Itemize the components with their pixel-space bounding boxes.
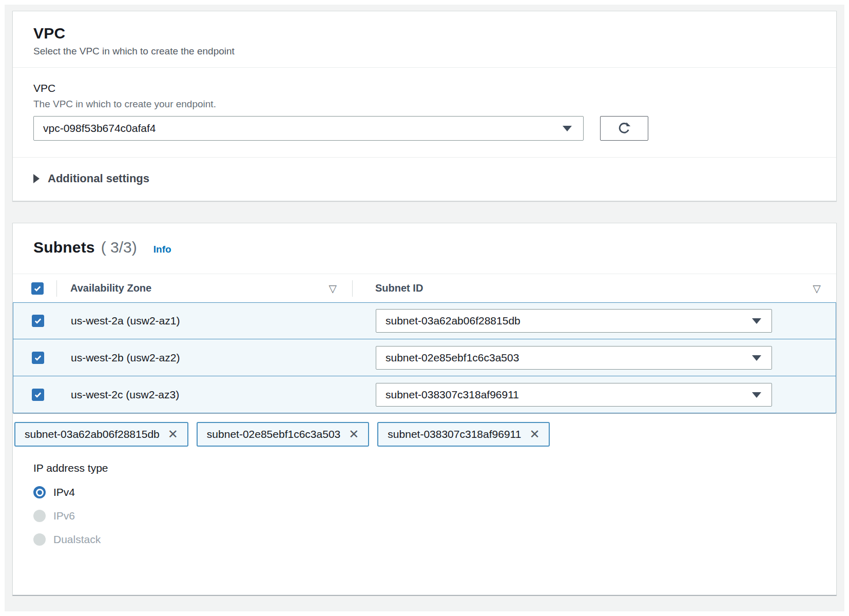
subnets-table-header: Availability Zone ▽ Subnet ID ▽	[13, 274, 836, 302]
subnet-token-label: subnet-03a62ab06f28815db	[25, 428, 160, 440]
availability-zone-column-header: Availability Zone	[70, 282, 151, 294]
subnet-id-column-header: Subnet ID	[375, 282, 423, 294]
subnet-select-value: subnet-03a62ab06f28815db	[385, 315, 520, 327]
vpc-card-subtitle: Select the VPC in which to create the en…	[33, 46, 816, 57]
subnet-token: subnet-02e85ebf1c6c3a503 ✕	[197, 422, 370, 447]
subnets-card: Subnets ( 3/3) Info Availability Zone ▽ …	[12, 223, 837, 595]
table-row: us-west-2a (usw2-az1) subnet-03a62ab06f2…	[13, 302, 836, 339]
select-all-checkbox[interactable]	[31, 282, 44, 295]
availability-zone-value: us-west-2a (usw2-az1)	[71, 315, 180, 327]
subnet-token: subnet-038307c318af96911 ✕	[377, 422, 550, 447]
radio-dualstack: Dualstack	[33, 532, 816, 547]
selected-subnet-tokens: subnet-03a62ab06f28815db ✕ subnet-02e85e…	[14, 422, 836, 447]
radio-disabled-icon	[33, 510, 46, 522]
vpc-card: VPC Select the VPC in which to create th…	[12, 11, 837, 201]
subnet-token-label: subnet-038307c318af96911	[388, 428, 521, 440]
subnets-count: ( 3/3)	[101, 239, 137, 256]
expander-triangle-icon	[33, 174, 40, 183]
row-checkbox[interactable]	[32, 315, 44, 327]
vpc-form-section: VPC The VPC in which to create your endp…	[13, 68, 836, 157]
check-icon	[33, 353, 43, 362]
radio-ipv4-label: IPv4	[53, 486, 75, 498]
subnet-select[interactable]: subnet-02e85ebf1c6c3a503	[376, 346, 772, 370]
subnet-token-label: subnet-02e85ebf1c6c3a503	[207, 428, 340, 440]
remove-token-icon[interactable]: ✕	[529, 428, 539, 440]
refresh-icon	[616, 121, 632, 136]
subnet-select-value: subnet-02e85ebf1c6c3a503	[385, 352, 519, 364]
refresh-button[interactable]	[600, 116, 648, 141]
radio-selected-icon	[33, 486, 46, 498]
radio-disabled-icon	[33, 533, 46, 546]
subnet-select[interactable]: subnet-038307c318af96911	[376, 383, 772, 407]
subnets-card-header: Subnets ( 3/3) Info	[13, 223, 836, 274]
additional-settings-expander[interactable]: Additional settings	[13, 158, 836, 201]
check-icon	[33, 284, 42, 293]
vpc-card-header: VPC Select the VPC in which to create th…	[13, 11, 836, 67]
ip-address-type-section: IP address type IPv4 IPv6 Dualstack	[13, 447, 836, 568]
vpc-field-label: VPC	[33, 82, 816, 94]
vpc-field-description: The VPC in which to create your endpoint…	[33, 99, 816, 110]
sort-icon[interactable]: ▽	[813, 283, 821, 294]
check-icon	[33, 390, 43, 399]
row-checkbox[interactable]	[32, 352, 44, 364]
chevron-down-icon	[563, 126, 572, 131]
availability-zone-value: us-west-2c (usw2-az3)	[71, 389, 179, 401]
ip-address-type-label: IP address type	[33, 462, 816, 474]
subnets-table-body: us-west-2a (usw2-az1) subnet-03a62ab06f2…	[13, 302, 836, 413]
additional-settings-label: Additional settings	[48, 172, 149, 185]
radio-ipv6: IPv6	[33, 508, 816, 524]
radio-dualstack-label: Dualstack	[53, 533, 101, 546]
check-icon	[33, 316, 43, 325]
table-row: us-west-2b (usw2-az2) subnet-02e85ebf1c6…	[13, 339, 836, 376]
row-checkbox[interactable]	[32, 389, 44, 401]
subnet-token: subnet-03a62ab06f28815db ✕	[14, 422, 188, 447]
remove-token-icon[interactable]: ✕	[349, 428, 359, 440]
remove-token-icon[interactable]: ✕	[168, 428, 178, 440]
subnet-select[interactable]: subnet-03a62ab06f28815db	[376, 309, 772, 333]
availability-zone-value: us-west-2b (usw2-az2)	[71, 352, 180, 364]
vpc-select-value: vpc-098f53b674c0afaf4	[43, 122, 156, 134]
chevron-down-icon	[752, 355, 761, 361]
vpc-select[interactable]: vpc-098f53b674c0afaf4	[33, 116, 584, 141]
table-row: us-west-2c (usw2-az3) subnet-038307c318a…	[13, 376, 836, 413]
radio-ipv6-label: IPv6	[53, 510, 75, 522]
chevron-down-icon	[752, 392, 761, 398]
info-link[interactable]: Info	[153, 244, 171, 255]
subnets-card-title: Subnets	[33, 239, 95, 256]
radio-ipv4[interactable]: IPv4	[33, 485, 816, 500]
sort-icon[interactable]: ▽	[329, 283, 337, 294]
vpc-card-title: VPC	[33, 25, 816, 42]
page-background: VPC Select the VPC in which to create th…	[5, 5, 844, 611]
chevron-down-icon	[752, 318, 761, 324]
subnet-select-value: subnet-038307c318af96911	[385, 389, 519, 401]
